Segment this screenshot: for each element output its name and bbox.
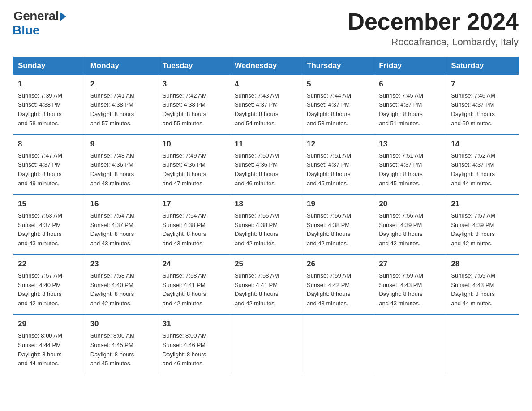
day-detail: Sunrise: 7:59 AMSunset: 4:43 PMDaylight:… [451,272,495,307]
day-detail: Sunrise: 7:57 AMSunset: 4:39 PMDaylight:… [451,212,495,247]
day-number: 31 [163,318,225,330]
header-friday: Friday [374,57,446,75]
title-section: December 2024 Roccafranca, Lombardy, Ita… [348,9,519,48]
table-row: 16Sunrise: 7:54 AMSunset: 4:37 PMDayligh… [86,194,158,254]
day-detail: Sunrise: 7:55 AMSunset: 4:38 PMDaylight:… [235,212,279,247]
day-number: 6 [379,78,442,90]
table-row: 6Sunrise: 7:45 AMSunset: 4:37 PMDaylight… [374,75,446,134]
header-thursday: Thursday [302,57,374,75]
table-row: 18Sunrise: 7:55 AMSunset: 4:38 PMDayligh… [230,194,302,254]
day-detail: Sunrise: 7:45 AMSunset: 4:37 PMDaylight:… [379,92,423,127]
day-number: 7 [451,78,514,90]
day-detail: Sunrise: 7:50 AMSunset: 4:36 PMDaylight:… [235,152,279,187]
day-number: 1 [18,78,81,90]
table-row: 21Sunrise: 7:57 AMSunset: 4:39 PMDayligh… [446,194,519,254]
header-saturday: Saturday [446,57,519,75]
calendar-body: 1Sunrise: 7:39 AMSunset: 4:38 PMDaylight… [13,75,519,374]
table-row: 11Sunrise: 7:50 AMSunset: 4:36 PMDayligh… [230,134,302,194]
page-header: General Blue December 2024 Roccafranca, … [13,9,519,48]
day-number: 8 [18,138,81,150]
day-number: 14 [451,138,514,150]
table-row: 3Sunrise: 7:42 AMSunset: 4:38 PMDaylight… [158,75,230,134]
day-number: 11 [235,138,297,150]
day-detail: Sunrise: 7:53 AMSunset: 4:37 PMDaylight:… [18,212,62,247]
day-detail: Sunrise: 7:49 AMSunset: 4:36 PMDaylight:… [163,152,207,187]
day-number: 21 [451,198,514,210]
day-detail: Sunrise: 7:57 AMSunset: 4:40 PMDaylight:… [18,272,62,307]
header-monday: Monday [86,57,158,75]
table-row: 24Sunrise: 7:58 AMSunset: 4:41 PMDayligh… [158,254,230,314]
day-detail: Sunrise: 7:48 AMSunset: 4:36 PMDaylight:… [90,152,135,187]
day-detail: Sunrise: 8:00 AMSunset: 4:45 PMDaylight:… [90,332,135,367]
table-row: 14Sunrise: 7:52 AMSunset: 4:37 PMDayligh… [446,134,519,194]
header-wednesday: Wednesday [230,57,302,75]
day-number: 24 [163,258,225,270]
day-number: 22 [18,258,81,270]
day-detail: Sunrise: 7:59 AMSunset: 4:43 PMDaylight:… [379,272,423,307]
day-detail: Sunrise: 7:52 AMSunset: 4:37 PMDaylight:… [451,152,495,187]
day-number: 17 [163,198,225,210]
table-row: 29Sunrise: 8:00 AMSunset: 4:44 PMDayligh… [13,314,86,374]
day-detail: Sunrise: 7:56 AMSunset: 4:38 PMDaylight:… [307,212,351,247]
day-number: 29 [18,318,81,330]
table-row: 17Sunrise: 7:54 AMSunset: 4:38 PMDayligh… [158,194,230,254]
table-row: 23Sunrise: 7:58 AMSunset: 4:40 PMDayligh… [86,254,158,314]
day-detail: Sunrise: 7:58 AMSunset: 4:40 PMDaylight:… [90,272,135,307]
table-row [446,314,519,374]
table-row: 4Sunrise: 7:43 AMSunset: 4:37 PMDaylight… [230,75,302,134]
month-title: December 2024 [348,9,519,34]
day-number: 12 [307,138,369,150]
day-detail: Sunrise: 7:44 AMSunset: 4:37 PMDaylight:… [307,92,351,127]
logo-blue-text: Blue [13,23,40,38]
day-number: 10 [163,138,225,150]
day-detail: Sunrise: 7:51 AMSunset: 4:37 PMDaylight:… [379,152,423,187]
day-number: 15 [18,198,81,210]
table-row: 7Sunrise: 7:46 AMSunset: 4:37 PMDaylight… [446,75,519,134]
table-row: 15Sunrise: 7:53 AMSunset: 4:37 PMDayligh… [13,194,86,254]
day-detail: Sunrise: 7:41 AMSunset: 4:38 PMDaylight:… [90,92,135,127]
table-row: 19Sunrise: 7:56 AMSunset: 4:38 PMDayligh… [302,194,374,254]
logo: General Blue [13,9,66,38]
calendar-header: Sunday Monday Tuesday Wednesday Thursday… [13,57,519,75]
day-number: 30 [90,318,153,330]
table-row: 22Sunrise: 7:57 AMSunset: 4:40 PMDayligh… [13,254,86,314]
day-detail: Sunrise: 7:54 AMSunset: 4:38 PMDaylight:… [163,212,207,247]
day-number: 23 [90,258,153,270]
day-detail: Sunrise: 7:58 AMSunset: 4:41 PMDaylight:… [235,272,279,307]
day-number: 16 [90,198,153,210]
table-row: 8Sunrise: 7:47 AMSunset: 4:37 PMDaylight… [13,134,86,194]
day-number: 9 [90,138,153,150]
location: Roccafranca, Lombardy, Italy [348,36,519,48]
day-detail: Sunrise: 7:46 AMSunset: 4:37 PMDaylight:… [451,92,495,127]
day-detail: Sunrise: 8:00 AMSunset: 4:44 PMDaylight:… [18,332,62,367]
table-row [302,314,374,374]
day-number: 2 [90,78,153,90]
table-row [230,314,302,374]
header-tuesday: Tuesday [158,57,230,75]
calendar-table: Sunday Monday Tuesday Wednesday Thursday… [13,57,519,374]
table-row: 28Sunrise: 7:59 AMSunset: 4:43 PMDayligh… [446,254,519,314]
day-detail: Sunrise: 7:39 AMSunset: 4:38 PMDaylight:… [18,92,62,127]
day-number: 25 [235,258,297,270]
day-number: 19 [307,198,369,210]
day-number: 18 [235,198,297,210]
header-sunday: Sunday [13,57,86,75]
day-detail: Sunrise: 7:54 AMSunset: 4:37 PMDaylight:… [90,212,135,247]
day-number: 13 [379,138,442,150]
day-detail: Sunrise: 7:47 AMSunset: 4:37 PMDaylight:… [18,152,62,187]
day-number: 20 [379,198,442,210]
table-row: 9Sunrise: 7:48 AMSunset: 4:36 PMDaylight… [86,134,158,194]
day-detail: Sunrise: 8:00 AMSunset: 4:46 PMDaylight:… [163,332,207,367]
day-number: 26 [307,258,369,270]
logo-arrow-icon [60,12,66,21]
day-detail: Sunrise: 7:56 AMSunset: 4:39 PMDaylight:… [379,212,423,247]
table-row: 27Sunrise: 7:59 AMSunset: 4:43 PMDayligh… [374,254,446,314]
table-row: 5Sunrise: 7:44 AMSunset: 4:37 PMDaylight… [302,75,374,134]
table-row: 20Sunrise: 7:56 AMSunset: 4:39 PMDayligh… [374,194,446,254]
day-number: 3 [163,78,225,90]
table-row: 26Sunrise: 7:59 AMSunset: 4:42 PMDayligh… [302,254,374,314]
day-number: 4 [235,78,297,90]
table-row: 1Sunrise: 7:39 AMSunset: 4:38 PMDaylight… [13,75,86,134]
table-row: 30Sunrise: 8:00 AMSunset: 4:45 PMDayligh… [86,314,158,374]
table-row: 12Sunrise: 7:51 AMSunset: 4:37 PMDayligh… [302,134,374,194]
